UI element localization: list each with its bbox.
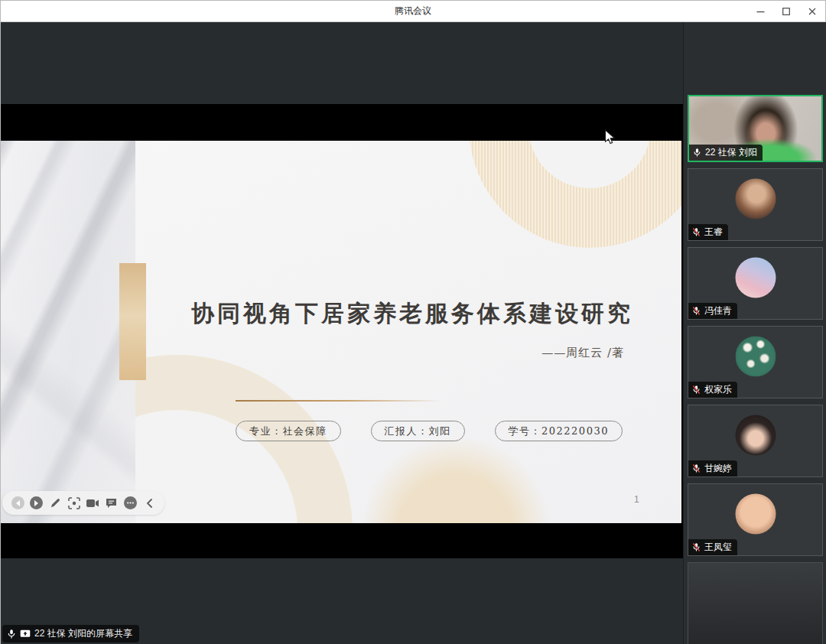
student-id-badge: 学号：202220030: [495, 421, 623, 441]
microphone-icon: [7, 629, 16, 639]
window-controls: [747, 1, 825, 22]
participant-tile-wangfengxi[interactable]: 王凤玺: [688, 483, 823, 556]
mouse-cursor: [604, 129, 616, 145]
presenter-toolbar: [2, 491, 164, 515]
participant-name-tag: 22 社保 刘阳: [689, 145, 763, 161]
participant-name: 王睿: [704, 226, 723, 239]
next-slide-icon[interactable]: [30, 496, 44, 510]
shared-screen-stage: 协同视角下居家养老服务体系建设研究 ——周红云 /著 专业：社会保障 汇报人：刘…: [1, 22, 683, 644]
decor-soft-circle: [360, 435, 551, 523]
decor-tan-bar: [119, 263, 146, 380]
mic-muted-icon: [691, 227, 701, 237]
tencent-meeting-window: 腾讯会议 协同视角下居家养老服务体系建设研究 ——周红云 /著: [0, 0, 826, 644]
close-icon[interactable]: [799, 1, 825, 22]
participant-tile-ganwanting[interactable]: 甘婉婷: [688, 405, 823, 477]
avatar: [735, 258, 776, 298]
mic-muted-icon: [691, 463, 701, 473]
participant-tile-wangrui[interactable]: 王睿: [688, 168, 823, 241]
maximize-icon[interactable]: [773, 1, 799, 22]
participant-tile-partial[interactable]: [688, 562, 823, 644]
laser-pointer-icon[interactable]: [67, 496, 81, 510]
mic-muted-icon: [691, 542, 701, 552]
participant-name: 甘婉婷: [704, 462, 732, 475]
decor-ring-top-right: [469, 141, 681, 248]
screen-share-status-text: 22 社保 刘阳的屏幕共享: [34, 627, 132, 640]
mic-muted-icon: [691, 306, 701, 316]
slide-page-number: 1: [634, 494, 639, 505]
decor-marble-strip: [1, 141, 135, 523]
presentation-slide: 协同视角下居家养老服务体系建设研究 ——周红云 /著 专业：社会保障 汇报人：刘…: [1, 141, 681, 523]
previous-slide-icon[interactable]: [11, 496, 24, 510]
participant-name-tag: 王凤玺: [688, 539, 737, 555]
screen-share-status-pill[interactable]: 22 社保 刘阳的屏幕共享: [2, 625, 139, 642]
annotate-pen-icon[interactable]: [48, 496, 62, 510]
camera-icon[interactable]: [86, 496, 99, 510]
more-icon[interactable]: [123, 496, 137, 510]
participant-name: 22 社保 刘阳: [705, 146, 757, 159]
major-badge: 专业：社会保障: [236, 421, 341, 441]
participant-tile-liuyang[interactable]: 22 社保 刘阳: [688, 95, 823, 162]
participant-name-tag: 冯佳青: [688, 303, 737, 319]
participant-name: 权家乐: [704, 383, 732, 396]
participant-name-tag: 王睿: [688, 224, 728, 240]
slide-author: ——周红云 /著: [541, 346, 624, 360]
participant-tile-quanjiale[interactable]: 权家乐: [688, 326, 823, 398]
participant-tile-fengjiaqing[interactable]: 冯佳青: [688, 247, 823, 320]
avatar: [735, 415, 776, 456]
presenter-badge: 汇报人：刘阳: [371, 421, 465, 441]
slide-badge-row: 专业：社会保障 汇报人：刘阳 学号：202220030: [236, 421, 623, 441]
screen-share-icon: [20, 629, 31, 639]
window-title: 腾讯会议: [395, 5, 431, 18]
comments-icon[interactable]: [105, 496, 119, 510]
mic-on-icon: [692, 148, 702, 158]
participant-name-tag: 甘婉婷: [688, 460, 737, 476]
participant-name: 王凤玺: [704, 541, 732, 554]
participant-tile-list: 22 社保 刘阳 王睿: [688, 95, 823, 644]
avatar: [735, 337, 776, 377]
window-titlebar: 腾讯会议: [1, 1, 825, 22]
collapse-toolbar-icon[interactable]: [142, 496, 156, 510]
decor-gold-line: [236, 400, 442, 402]
avatar: [735, 494, 776, 535]
avatar: [735, 179, 776, 220]
mic-muted-icon: [691, 385, 701, 395]
participants-sidebar: 22 社保 刘阳 王睿: [683, 22, 826, 644]
slide-title: 协同视角下居家养老服务体系建设研究: [161, 298, 663, 330]
participant-name-tag: 权家乐: [688, 382, 737, 398]
minimize-icon[interactable]: [747, 1, 773, 22]
participant-name: 冯佳青: [704, 304, 732, 317]
shared-screen-letterbox: 协同视角下居家养老服务体系建设研究 ——周红云 /著 专业：社会保障 汇报人：刘…: [1, 104, 683, 558]
